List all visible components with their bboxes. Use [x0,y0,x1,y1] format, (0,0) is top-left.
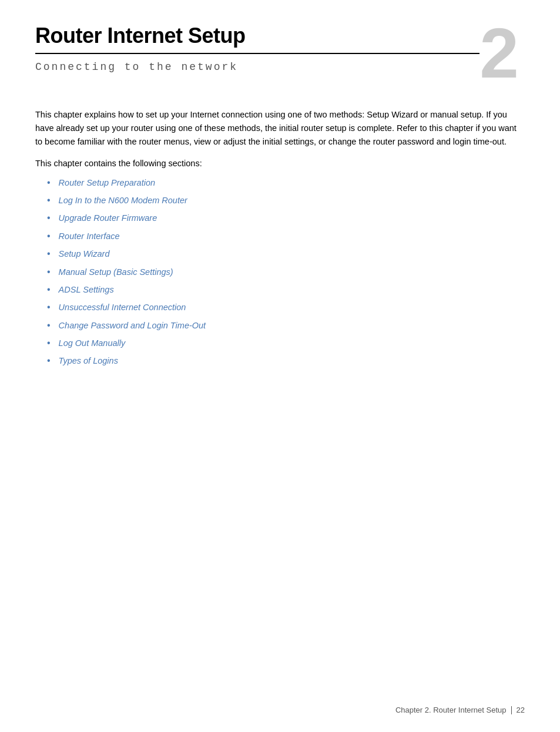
toc-link-setup-wizard[interactable]: Setup Wizard [59,246,110,263]
toc-link-router-interface[interactable]: Router Interface [59,229,120,245]
page-title: Router Internet Setup [35,23,479,48]
list-item[interactable]: Setup Wizard [47,245,525,263]
footer-page-number: 22 [517,706,525,714]
list-item[interactable]: Unsuccessful Internet Connection [47,298,525,316]
title-block: Router Internet Setup Connecting to the … [35,23,479,90]
toc-link-manual-setup[interactable]: Manual Setup (Basic Settings) [59,264,173,281]
toc-link-log-out[interactable]: Log Out Manually [59,335,126,352]
title-underline [35,53,479,54]
toc-link-log-in-n600[interactable]: Log In to the N600 Modem Router [59,193,187,209]
intro-paragraph: This chapter explains how to set up your… [35,108,525,149]
header-section: Router Internet Setup Connecting to the … [35,23,525,90]
list-item[interactable]: Log Out Manually [47,334,525,352]
chapter-number: 2 [479,18,525,88]
toc-list: Router Setup Preparation Log In to the N… [47,174,525,370]
list-item[interactable]: Upgrade Router Firmware [47,209,525,227]
toc-link-types-of-logins[interactable]: Types of Logins [59,353,118,370]
footer-chapter-text: Chapter 2. Router Internet Setup [395,706,507,714]
list-item[interactable]: Manual Setup (Basic Settings) [47,263,525,281]
toc-link-unsuccessful-connection[interactable]: Unsuccessful Internet Connection [59,300,186,316]
toc-link-upgrade-firmware[interactable]: Upgrade Router Firmware [59,210,157,227]
list-item[interactable]: Router Interface [47,227,525,245]
page-container: Router Internet Setup Connecting to the … [0,0,560,732]
list-item[interactable]: Log In to the N600 Modem Router [47,192,525,209]
list-item[interactable]: ADSL Settings [47,281,525,298]
toc-link-adsl-settings[interactable]: ADSL Settings [59,282,114,298]
sections-intro: This chapter contains the following sect… [35,159,525,168]
footer: Chapter 2. Router Internet Setup 22 [395,706,525,714]
footer-separator [511,706,512,714]
toc-link-change-password[interactable]: Change Password and Login Time-Out [59,318,206,334]
list-item[interactable]: Router Setup Preparation [47,174,525,192]
toc-link-router-setup-preparation[interactable]: Router Setup Preparation [59,175,155,192]
list-item[interactable]: Change Password and Login Time-Out [47,317,525,334]
subtitle: Connecting to the network [35,61,479,73]
list-item[interactable]: Types of Logins [47,352,525,370]
